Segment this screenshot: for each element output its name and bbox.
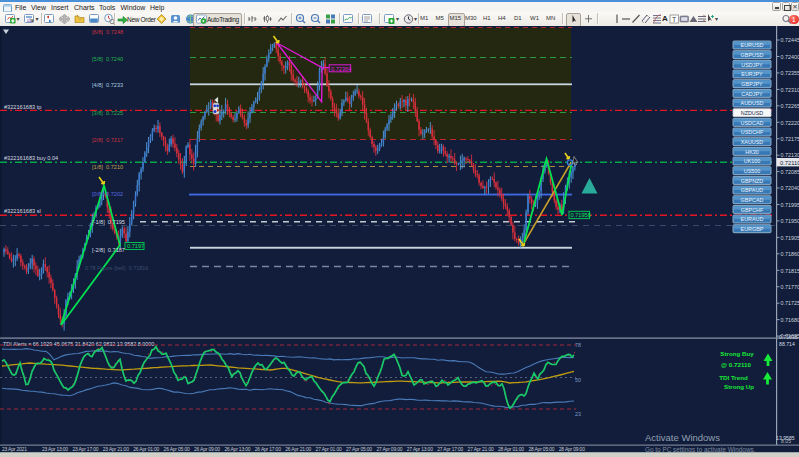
svg-text:GBPJPY: GBPJPY bbox=[741, 81, 763, 87]
svg-text:0.72364: 0.72364 bbox=[331, 66, 351, 72]
svg-text:#322161683 sl: #322161683 sl bbox=[4, 208, 41, 214]
svg-text:78: 78 bbox=[575, 342, 581, 348]
svg-text:XAUUSD: XAUUSD bbox=[741, 139, 764, 145]
svg-text:0.71860: 0.71860 bbox=[781, 251, 799, 257]
svg-text:27 Apr 01:00: 27 Apr 01:00 bbox=[316, 447, 342, 452]
svg-text:US500: US500 bbox=[744, 168, 760, 174]
svg-text:0.72040: 0.72040 bbox=[781, 185, 799, 191]
svg-text:[4/8] 0.7233: [4/8] 0.7233 bbox=[92, 82, 123, 88]
svg-text:0.71815: 0.71815 bbox=[781, 268, 799, 274]
svg-text:0.72110: 0.72110 bbox=[780, 160, 799, 166]
svg-text:[3/8] 0.7225: [3/8] 0.7225 bbox=[92, 110, 123, 116]
svg-text:[0/8] 0.7202: [0/8] 0.7202 bbox=[92, 191, 123, 197]
svg-text:26 Apr 13:00: 26 Apr 13:00 bbox=[224, 447, 250, 452]
svg-text:NZDUSD: NZDUSD bbox=[741, 110, 764, 116]
svg-text:#322161683 buy 0.04: #322161683 buy 0.04 bbox=[4, 155, 58, 161]
svg-text:0.78 Figure (bell) 0.71816: 0.78 Figure (bell) 0.71816 bbox=[85, 265, 148, 271]
svg-text:23 Apr 13:00: 23 Apr 13:00 bbox=[42, 447, 68, 452]
svg-text:0.72175: 0.72175 bbox=[781, 136, 799, 142]
svg-text:26 Apr 05:00: 26 Apr 05:00 bbox=[164, 447, 190, 452]
svg-text:0.71958: 0.71958 bbox=[571, 212, 591, 218]
svg-text:EURGBP: EURGBP bbox=[741, 226, 764, 232]
svg-text:0.71725: 0.71725 bbox=[781, 300, 799, 306]
svg-text:23 Apr 21:00: 23 Apr 21:00 bbox=[103, 447, 129, 452]
svg-text:26 Apr 01:00: 26 Apr 01:00 bbox=[133, 447, 159, 452]
svg-text:23: 23 bbox=[575, 411, 581, 417]
svg-text:27 Apr 05:00: 27 Apr 05:00 bbox=[346, 447, 372, 452]
svg-text:28 Apr 01:00: 28 Apr 01:00 bbox=[498, 447, 524, 452]
svg-text:GBPCAD: GBPCAD bbox=[741, 197, 764, 203]
svg-text:26 Apr 09:00: 26 Apr 09:00 bbox=[194, 447, 220, 452]
svg-text:0.72130: 0.72130 bbox=[781, 152, 799, 158]
svg-text:AUDUSD: AUDUSD bbox=[741, 100, 764, 106]
svg-text:T: T bbox=[672, 16, 677, 23]
svg-text:27 Apr 17:00: 27 Apr 17:00 bbox=[437, 447, 463, 452]
svg-text:0.71680: 0.71680 bbox=[781, 317, 799, 323]
svg-text:EURUSD: EURUSD bbox=[741, 42, 764, 48]
svg-text:@ 0.72110: @ 0.72110 bbox=[721, 361, 751, 368]
svg-text:27 Apr 21:00: 27 Apr 21:00 bbox=[468, 447, 494, 452]
svg-text:[1/8] 0.7210: [1/8] 0.7210 bbox=[92, 164, 123, 170]
svg-text:Activate Windows: Activate Windows bbox=[645, 432, 720, 443]
svg-text:GBPNZD: GBPNZD bbox=[741, 178, 764, 184]
svg-text:UK100: UK100 bbox=[744, 158, 760, 164]
svg-text:88.714: 88.714 bbox=[779, 341, 795, 347]
svg-text:0.72355: 0.72355 bbox=[781, 70, 799, 76]
svg-text:26 Apr 21:00: 26 Apr 21:00 bbox=[285, 447, 311, 452]
svg-text:0.71950: 0.71950 bbox=[781, 218, 799, 224]
svg-text:GBPCHF: GBPCHF bbox=[741, 207, 764, 213]
svg-text:8.05: 8.05 bbox=[781, 438, 791, 444]
svg-text:#322161683 tp: #322161683 tp bbox=[4, 104, 41, 110]
svg-text:0.72265: 0.72265 bbox=[781, 103, 799, 109]
svg-text:0.72085: 0.72085 bbox=[781, 169, 799, 175]
svg-text:26 Apr 17:00: 26 Apr 17:00 bbox=[255, 447, 281, 452]
svg-text:CADJPY: CADJPY bbox=[741, 91, 763, 97]
svg-text:GBPUSD: GBPUSD bbox=[741, 52, 764, 58]
svg-text:0.72445: 0.72445 bbox=[781, 37, 799, 43]
svg-text:0.72400: 0.72400 bbox=[781, 54, 799, 60]
svg-text:[5/8] 0.7240: [5/8] 0.7240 bbox=[92, 56, 123, 62]
svg-text:HK30: HK30 bbox=[745, 149, 759, 155]
svg-text:28 Apr 09:00: 28 Apr 09:00 bbox=[559, 447, 585, 452]
svg-text:23 Apr 17:00: 23 Apr 17:00 bbox=[72, 447, 98, 452]
svg-text:0.7197: 0.7197 bbox=[127, 243, 144, 249]
svg-text:0.71770: 0.71770 bbox=[781, 284, 799, 290]
svg-text:27 Apr 09:00: 27 Apr 09:00 bbox=[376, 447, 402, 452]
svg-text:[2/8] 0.7217: [2/8] 0.7217 bbox=[92, 137, 123, 143]
svg-text:23 Apr 2021: 23 Apr 2021 bbox=[2, 447, 27, 452]
svg-text:EURJPY: EURJPY bbox=[741, 71, 763, 77]
svg-text:50: 50 bbox=[575, 377, 581, 383]
svg-text:TDI Trend: TDI Trend bbox=[719, 374, 748, 381]
svg-text:EURAUD: EURAUD bbox=[741, 216, 764, 222]
svg-text:0.72220: 0.72220 bbox=[781, 120, 799, 126]
svg-text:USDJPY: USDJPY bbox=[741, 62, 763, 68]
svg-text:USDCAD: USDCAD bbox=[741, 120, 764, 126]
svg-text:0.71905: 0.71905 bbox=[781, 235, 799, 241]
svg-text:[6/8] 0.7248: [6/8] 0.7248 bbox=[92, 29, 123, 35]
svg-text:0.71995: 0.71995 bbox=[781, 202, 799, 208]
svg-text:USDCHF: USDCHF bbox=[741, 129, 764, 135]
svg-text:TDI Alerts = 66.1929 45.0675 3: TDI Alerts = 66.1929 45.0675 31.8420 62.… bbox=[3, 341, 154, 347]
svg-text:GBPAUD: GBPAUD bbox=[741, 187, 763, 193]
svg-text:27 Apr 13:00: 27 Apr 13:00 bbox=[407, 447, 433, 452]
svg-text:Strong Up: Strong Up bbox=[724, 383, 754, 390]
svg-text:[-1/8] 0.7195: [-1/8] 0.7195 bbox=[92, 219, 125, 225]
svg-text:0.71635: 0.71635 bbox=[779, 334, 798, 340]
svg-text:28 Apr 05:00: 28 Apr 05:00 bbox=[528, 447, 554, 452]
svg-text:Strong Buy: Strong Buy bbox=[720, 350, 754, 357]
svg-text:0.72310: 0.72310 bbox=[781, 87, 799, 93]
svg-text:[-2/8] 0.7187: [-2/8] 0.7187 bbox=[92, 247, 125, 253]
